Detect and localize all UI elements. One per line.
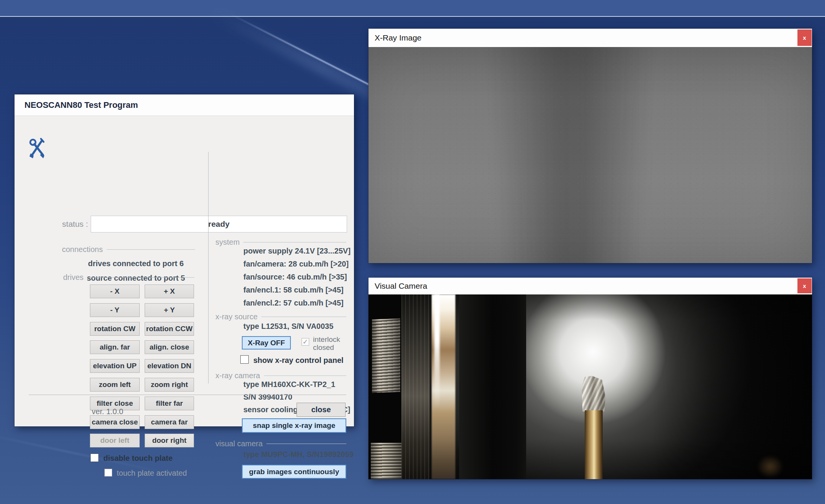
group-rule bbox=[87, 277, 194, 278]
version-text: ver. 1.0.0 bbox=[77, 407, 138, 416]
window-title: X-Ray Image bbox=[375, 29, 422, 47]
minus-x-button[interactable]: - X bbox=[90, 285, 140, 298]
sample-holder-pin bbox=[585, 410, 603, 479]
group-rule bbox=[261, 317, 346, 317]
elevation-dn-button[interactable]: elevation DN bbox=[145, 359, 194, 373]
drives-button-grid: - X + X - Y + Y rotation CW rotation CCW… bbox=[90, 285, 194, 447]
xray-camera-group-label: x-ray camera bbox=[215, 371, 260, 380]
visual-camera-type: type MU9PC-MH, S/N19892059 bbox=[243, 450, 354, 459]
close-glyph: x bbox=[803, 34, 806, 41]
sample-tip bbox=[582, 376, 605, 411]
zoom-right-button[interactable]: zoom right bbox=[145, 378, 194, 392]
camera-close-button[interactable]: camera close bbox=[90, 415, 140, 429]
close-icon[interactable]: x bbox=[797, 29, 812, 46]
tools-icon bbox=[28, 137, 46, 159]
desktop-top-band bbox=[0, 0, 825, 17]
xray-camera-serial: S/N 39940170 bbox=[243, 393, 292, 402]
reflective-metal-panel bbox=[401, 294, 430, 479]
window-title: NEOSCANN80 Test Program bbox=[24, 94, 138, 115]
xray-off-button[interactable]: X-Ray OFF bbox=[242, 336, 291, 350]
group-rule bbox=[266, 444, 346, 444]
touch-plate-activated-checkbox bbox=[104, 469, 112, 476]
rotation-cw-button[interactable]: rotation CW bbox=[90, 322, 140, 336]
xray-image-view[interactable] bbox=[368, 47, 812, 263]
xray-window-titlebar[interactable]: X-Ray Image x bbox=[368, 29, 812, 47]
close-glyph: x bbox=[803, 283, 806, 289]
grab-images-continuously-button[interactable]: grab images continuously bbox=[242, 465, 346, 479]
test-program-window: NEOSCANN80 Test Program status : ready c… bbox=[15, 94, 354, 426]
disable-touch-plate-label: disable touch plate bbox=[103, 454, 173, 463]
xray-source-group-header: x-ray source bbox=[215, 312, 346, 321]
show-xray-control-panel-label: show x-ray control panel bbox=[253, 356, 344, 365]
dark-pillar bbox=[459, 294, 526, 479]
reflection-highlight bbox=[434, 294, 440, 409]
door-left-button: door left bbox=[90, 434, 140, 447]
show-xray-control-panel-checkbox[interactable] bbox=[240, 355, 249, 364]
drives-group-label: drives bbox=[63, 273, 83, 282]
touch-plate-activated-label: touch plate activated bbox=[117, 469, 187, 478]
group-rule bbox=[107, 249, 195, 250]
zoom-left-button[interactable]: zoom left bbox=[90, 378, 140, 392]
xray-source-group-label: x-ray source bbox=[215, 312, 258, 321]
group-rule bbox=[243, 242, 346, 242]
test-program-titlebar[interactable]: NEOSCANN80 Test Program bbox=[15, 94, 354, 116]
knurled-metal-block-upper bbox=[372, 319, 400, 393]
footer-divider bbox=[29, 395, 346, 395]
snap-single-xray-image-button[interactable]: snap single x-ray image bbox=[242, 418, 346, 433]
system-group-label: system bbox=[215, 238, 240, 247]
visual-camera-group-label: visual camera bbox=[215, 439, 262, 448]
plus-x-button[interactable]: + X bbox=[145, 285, 194, 298]
filter-far-button[interactable]: filter far bbox=[145, 397, 194, 410]
close-button[interactable]: close bbox=[297, 403, 346, 417]
system-fan-camera: fan/camera: 28 cub.m/h [>20] bbox=[243, 260, 349, 268]
rotation-ccw-button[interactable]: rotation CCW bbox=[145, 322, 194, 336]
xray-camera-type: type MH160XC-KK-TP2_1 bbox=[243, 380, 335, 389]
connection-status-drives: drives connected to port 6 bbox=[78, 259, 193, 268]
system-fan-source: fan/source: 46 cub.m/h [>35] bbox=[243, 273, 347, 281]
minus-y-button[interactable]: - Y bbox=[90, 303, 140, 317]
xray-noise-texture bbox=[368, 47, 812, 263]
door-right-button[interactable]: door right bbox=[145, 434, 194, 447]
system-group-header: system bbox=[215, 238, 346, 246]
disable-touch-plate-checkbox[interactable] bbox=[90, 454, 99, 462]
status-value: ready bbox=[208, 219, 230, 229]
connections-group-header: connections bbox=[62, 245, 195, 254]
visual-camera-group-header: visual camera bbox=[215, 439, 346, 448]
xray-camera-group-header: x-ray camera bbox=[215, 371, 346, 380]
align-close-button[interactable]: align. close bbox=[145, 340, 194, 354]
connections-group-label: connections bbox=[62, 245, 103, 254]
drives-group-header: drives bbox=[63, 273, 194, 281]
interlock-closed-label: interlock closed bbox=[313, 335, 348, 351]
elevation-up-button[interactable]: elevation UP bbox=[90, 359, 140, 373]
xray-source-type: type L12531, S/N VA0035 bbox=[243, 322, 333, 331]
status-field: ready bbox=[91, 216, 347, 232]
interlock-closed-checkbox: ✓ bbox=[302, 338, 309, 346]
plus-y-button[interactable]: + Y bbox=[145, 303, 194, 317]
column-separator bbox=[208, 152, 209, 384]
system-power-supply: power supply 24.1V [23...25V] bbox=[243, 247, 351, 255]
visual-camera-view[interactable] bbox=[368, 294, 812, 479]
visual-camera-titlebar[interactable]: Visual Camera x bbox=[368, 278, 812, 295]
system-fan-encl2: fan/encl.2: 57 cub.m/h [>45] bbox=[243, 299, 344, 307]
visual-camera-window: Visual Camera x bbox=[368, 278, 812, 479]
knurled-metal-block-lower bbox=[371, 443, 401, 479]
camera-far-button[interactable]: camera far bbox=[145, 415, 194, 429]
system-fan-encl1: fan/encl.1: 58 cub.m/h [>45] bbox=[243, 286, 344, 294]
align-far-button[interactable]: align. far bbox=[90, 340, 140, 354]
group-rule bbox=[264, 376, 346, 376]
faint-reflection-smudge bbox=[757, 455, 784, 478]
status-label: status : bbox=[53, 219, 88, 229]
xray-image-window: X-Ray Image x bbox=[368, 29, 812, 263]
close-icon[interactable]: x bbox=[797, 278, 812, 293]
window-title: Visual Camera bbox=[375, 278, 427, 294]
